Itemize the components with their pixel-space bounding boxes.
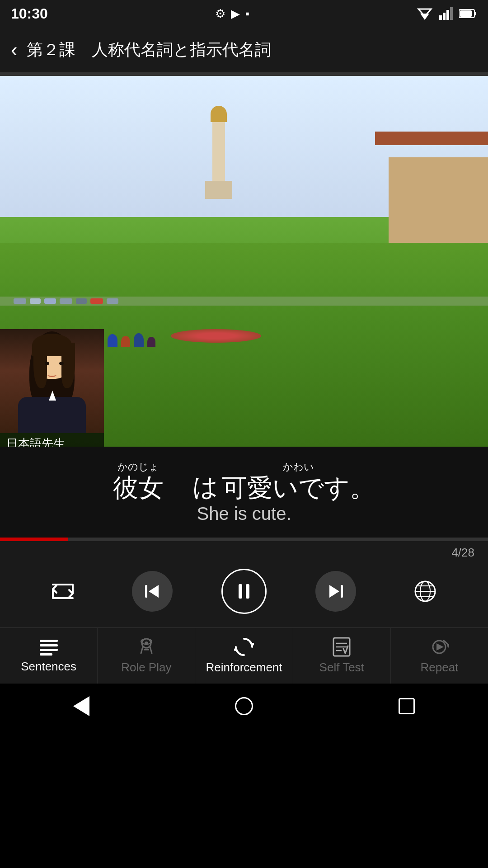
memory-icon: ▪ (245, 7, 249, 21)
video-area: 日本語先生 (0, 76, 488, 447)
progress-bar[interactable] (0, 538, 488, 541)
tab-roleplay-label: Role Play (121, 660, 171, 675)
teacher-name-label: 日本語先生 (0, 433, 104, 447)
roleplay-icon (136, 637, 156, 657)
svg-rect-8 (460, 10, 472, 17)
battery-icon (459, 9, 477, 19)
pause-button[interactable] (221, 569, 267, 614)
status-right-icons (417, 7, 477, 20)
home-circle (235, 697, 253, 715)
back-triangle (73, 696, 89, 716)
subtitle-area: かのじょ 彼女 は かわい 可愛いです。 She is cute. (0, 447, 488, 538)
kanji-wa: は (167, 473, 218, 501)
sentences-icon (39, 638, 59, 656)
lesson-title: 第２課 人称代名詞と指示代名詞 (27, 39, 271, 61)
back-button[interactable]: ‹ (11, 38, 18, 61)
teacher-avatar: 日本語先生 (0, 329, 104, 447)
kanji-kawaii: 可愛いです。 (222, 474, 375, 502)
next-icon (326, 581, 346, 601)
repeat-icon (49, 580, 76, 603)
progress-fill (0, 538, 68, 541)
furigana-kawaii: かわい (283, 460, 314, 474)
top-nav: ‹ 第２課 人称代名詞と指示代名詞 (0, 27, 488, 72)
counter-area: 4/28 (0, 541, 488, 560)
svg-line-26 (141, 647, 143, 653)
kanji-group-wa: は (167, 460, 218, 502)
svg-line-27 (150, 647, 152, 653)
pause-icon (232, 580, 256, 603)
kanji-group-kanojo: かのじょ 彼女 (113, 460, 164, 502)
svg-rect-21 (40, 644, 58, 646)
svg-rect-4 (446, 10, 449, 20)
svg-rect-12 (246, 584, 249, 599)
play-icon: ▶ (231, 7, 240, 21)
previous-button[interactable] (132, 571, 173, 612)
repeat-tab-icon (429, 637, 449, 657)
svg-marker-37 (436, 643, 444, 651)
people-group (108, 333, 155, 347)
svg-rect-3 (443, 13, 446, 20)
status-time: 10:30 (11, 5, 48, 22)
signal-icon (439, 7, 453, 20)
wifi-icon (417, 7, 433, 20)
svg-rect-5 (450, 7, 453, 20)
kanji-kanojo: 彼女 (113, 474, 164, 502)
recent-square (399, 698, 415, 714)
svg-rect-11 (239, 584, 242, 599)
tab-reinforcement[interactable]: Reinforcement (195, 628, 293, 684)
svg-rect-23 (40, 653, 52, 656)
tab-repeat[interactable]: Repeat (391, 628, 488, 684)
progress-counter: 4/28 (451, 546, 474, 559)
language-button[interactable] (405, 571, 446, 612)
next-button[interactable] (315, 571, 356, 612)
tab-sentences-label: Sentences (21, 660, 76, 674)
svg-marker-14 (329, 585, 339, 598)
system-recent-button[interactable] (393, 693, 420, 720)
kanji-group-kawaii: かわい 可愛いです。 (222, 460, 375, 502)
furigana-kanojo: かのじょ (117, 460, 159, 474)
avatar-image (0, 329, 104, 433)
repeat-button[interactable] (42, 571, 83, 612)
previous-icon (142, 581, 162, 601)
system-home-button[interactable] (230, 693, 258, 720)
selftest-icon (332, 637, 352, 657)
system-back-button[interactable] (68, 693, 95, 720)
avatar-hair-left (33, 343, 47, 388)
playback-controls (0, 560, 488, 627)
tab-selftest-label: Self Test (319, 660, 364, 675)
reinforcement-icon (234, 637, 254, 657)
status-bar: 10:30 ⚙ ▶ ▪ (0, 0, 488, 27)
svg-rect-20 (40, 640, 58, 642)
globe-icon (413, 579, 438, 604)
svg-marker-10 (149, 585, 159, 598)
bottom-tabs: Sentences Role Play Reinforcement (0, 627, 488, 684)
svg-rect-13 (341, 585, 343, 598)
campus-background: 日本語先生 (0, 76, 488, 447)
svg-rect-7 (474, 12, 476, 15)
settings-icon: ⚙ (215, 7, 225, 21)
tab-selftest[interactable]: Self Test (293, 628, 391, 684)
furigana-row: かのじょ 彼女 は かわい 可愛いです。 (18, 460, 470, 502)
system-nav (0, 684, 488, 729)
tab-reinforcement-label: Reinforcement (206, 660, 282, 675)
tab-roleplay[interactable]: Role Play (98, 628, 195, 684)
svg-rect-9 (145, 585, 147, 598)
english-translation: She is cute. (18, 504, 470, 524)
svg-rect-2 (439, 15, 442, 20)
tab-sentences[interactable]: Sentences (0, 628, 98, 684)
top-progress-bar (0, 72, 488, 76)
furigana-wa (191, 460, 194, 473)
road (0, 297, 488, 306)
building-roof (375, 132, 488, 145)
svg-rect-22 (40, 649, 58, 651)
tab-repeat-label: Repeat (420, 660, 458, 675)
avatar-body (18, 397, 86, 433)
status-left-icons: ⚙ ▶ ▪ (215, 7, 249, 21)
tower (205, 106, 232, 199)
